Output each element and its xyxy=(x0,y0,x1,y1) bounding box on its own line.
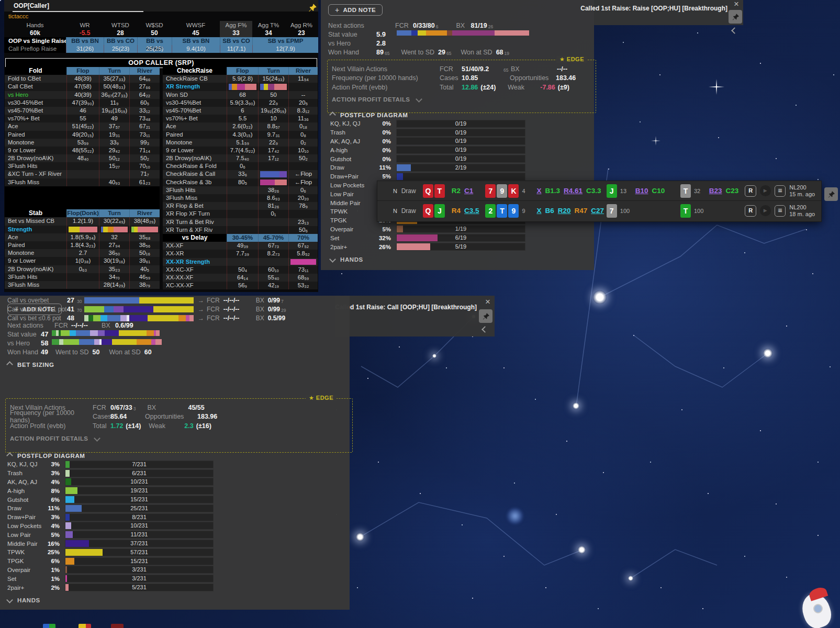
pushpin-icon[interactable] xyxy=(308,3,317,13)
stat-cell[interactable]: 25(23) xyxy=(104,45,137,53)
stat-cell[interactable]: 2.6(0₂₂) xyxy=(227,122,258,130)
stat-cell[interactable]: 20₅ xyxy=(288,99,318,107)
stat-cell[interactable]: 73₁₁ xyxy=(129,131,160,139)
stat-cell[interactable]: 56₉ xyxy=(227,282,258,289)
stat-cell[interactable]: 49₃₉ xyxy=(227,242,258,250)
stat-cell[interactable]: ←Flop xyxy=(288,178,318,186)
stat-cell[interactable]: 5.8₅₂ xyxy=(288,250,318,257)
stat-cell[interactable]: 50₁₂ xyxy=(99,154,129,162)
stat-cell[interactable]: 50₁₆ xyxy=(129,249,160,257)
stat-cell[interactable]: 36₆₇(27₃₃) xyxy=(99,91,129,99)
stat-cell[interactable]: 20₂₀ xyxy=(288,194,318,202)
play-icon[interactable]: ▶ xyxy=(760,205,771,216)
stat-cell[interactable]: 60₅ xyxy=(129,99,160,107)
stat-cell[interactable]: 4.3(0₁₅) xyxy=(227,131,258,139)
stat-cell[interactable]: 70₁₀ xyxy=(129,162,160,170)
action-token[interactable]: B23 xyxy=(709,187,722,195)
action-token[interactable]: C3.5 xyxy=(464,207,479,215)
stat-cell[interactable]: 32 xyxy=(99,233,129,241)
pushpin-icon[interactable] xyxy=(479,309,492,323)
stat-cell[interactable] xyxy=(258,258,288,266)
stat-cell[interactable] xyxy=(288,258,318,266)
stat-cell[interactable]: 64₁₄ xyxy=(227,274,258,282)
stat-cell[interactable]: 17₄₂ xyxy=(258,147,288,154)
close-icon[interactable]: × xyxy=(485,298,490,306)
hand-history-row[interactable]: N Draw QJ R4C3.5 2T9 9 XB6R20R47C27 xyxy=(377,200,821,220)
stat-cell[interactable] xyxy=(99,226,129,233)
stat-cell[interactable]: 60₁₀ xyxy=(258,266,288,274)
stat-cell[interactable]: 29₄₂ xyxy=(99,147,129,154)
stat-value[interactable]: 23 xyxy=(285,29,318,37)
stat-cell[interactable]: 1.8(4.3₂₃) xyxy=(66,241,99,249)
stat-cell[interactable]: 35(27₃₃) xyxy=(99,75,129,83)
stat-cell[interactable]: 0₂ xyxy=(288,139,318,147)
stat-cell[interactable]: 5.5 xyxy=(227,115,258,122)
stat-cell[interactable]: 73₁₁ xyxy=(288,266,318,274)
stat-cell[interactable] xyxy=(258,226,288,234)
stat-cell[interactable]: 68₅₉ xyxy=(288,274,318,282)
action-token[interactable]: R20 xyxy=(558,207,571,215)
action-token[interactable]: R2 xyxy=(452,187,461,195)
stat-cell[interactable]: 33₁₂ xyxy=(129,107,160,115)
stat-cell[interactable]: 22₉ xyxy=(258,139,288,147)
stat-cell[interactable] xyxy=(258,178,288,186)
stat-value[interactable]: 60k xyxy=(4,29,66,37)
stat-cell[interactable]: 51(45₂₂) xyxy=(66,122,99,130)
stat-cell[interactable]: 35₂₃ xyxy=(99,265,129,273)
bet-sizing-header[interactable]: BET SIZING xyxy=(7,360,54,369)
stat-cell[interactable]: 50(48₃₃) xyxy=(99,83,129,91)
action-profit-details[interactable]: ACTION PROFIT DETAILS xyxy=(10,433,348,443)
tab-oop-caller[interactable]: OOP[Caller] xyxy=(13,1,143,12)
stat-value[interactable]: 34 xyxy=(252,29,285,37)
stat-cell[interactable]: 11(7.1) xyxy=(220,45,252,53)
stat-cell[interactable]: 31(26) xyxy=(66,45,104,53)
stat-cell[interactable]: 99₃ xyxy=(129,139,160,147)
pushpin-icon[interactable] xyxy=(729,10,742,24)
postflop-diagram-header[interactable]: POSTFLOP DIAGRAM xyxy=(7,451,85,460)
stat-cell[interactable] xyxy=(258,162,288,170)
action-token[interactable]: B6 xyxy=(545,207,554,215)
stat-cell[interactable] xyxy=(227,218,258,226)
action-token[interactable]: R4 xyxy=(452,207,461,215)
stat-cell[interactable]: 55 xyxy=(66,115,99,122)
hand-details-icon[interactable]: ≡ xyxy=(775,185,786,197)
hands-section-header[interactable]: HANDS xyxy=(330,254,363,264)
stat-cell[interactable]: 50₆ xyxy=(288,226,318,234)
action-token[interactable]: R4.61 xyxy=(564,187,583,195)
stat-cell[interactable]: 48(55₂₂) xyxy=(66,147,99,154)
action-token[interactable]: B10 xyxy=(635,187,648,195)
stat-cell[interactable]: 50₄ xyxy=(227,266,258,274)
stat-cell[interactable]: 10₁₀ xyxy=(288,147,318,154)
stat-cell[interactable] xyxy=(258,218,288,226)
stat-cell[interactable]: 5.1₅₉ xyxy=(227,139,258,147)
action-token[interactable]: R47 xyxy=(575,207,588,215)
stat-cell[interactable]: 12(7.9) xyxy=(252,45,318,53)
stat-cell[interactable]: 67₂₁ xyxy=(129,122,160,130)
stat-cell[interactable]: 15₂₇ xyxy=(99,162,129,170)
stat-cell[interactable]: 50 xyxy=(258,91,288,99)
stat-value[interactable]: 33 xyxy=(220,29,252,37)
stat-cell[interactable]: 19₉₁(26₁₉) xyxy=(258,107,288,115)
stat-cell[interactable]: 33₉ xyxy=(99,139,129,147)
stat-cell[interactable]: 25(25) xyxy=(137,45,172,53)
stat-cell[interactable]: 67₅₂ xyxy=(288,242,318,250)
stat-cell[interactable]: 61₂₃ xyxy=(129,178,160,186)
stat-cell[interactable]: 22₉ xyxy=(258,99,288,107)
stat-cell[interactable]: 50₂ xyxy=(288,154,318,162)
stat-cell[interactable]: 33₆ xyxy=(227,170,258,178)
stat-cell[interactable] xyxy=(227,210,258,218)
stat-cell[interactable] xyxy=(129,226,160,233)
stat-cell[interactable]: 0₁₈ xyxy=(288,122,318,130)
stat-cell[interactable]: 0₆₃ xyxy=(66,265,99,273)
action-token[interactable]: C23 xyxy=(726,187,739,195)
stat-cell[interactable]: 1.2(1.9) xyxy=(66,217,99,225)
stat-cell[interactable] xyxy=(258,83,288,91)
add-note-button[interactable]: + ADD NOTE xyxy=(328,4,383,16)
stat-cell[interactable]: 8.2₇₃ xyxy=(258,250,288,257)
stat-cell[interactable]: 39₆₁ xyxy=(129,257,160,265)
stat-cell[interactable]: 46 xyxy=(66,107,99,115)
stat-cell[interactable]: 78₉ xyxy=(288,202,318,210)
stat-cell[interactable] xyxy=(288,162,318,170)
stat-cell[interactable] xyxy=(227,83,258,91)
stat-cell[interactable]: 7.7₃₉ xyxy=(227,250,258,257)
